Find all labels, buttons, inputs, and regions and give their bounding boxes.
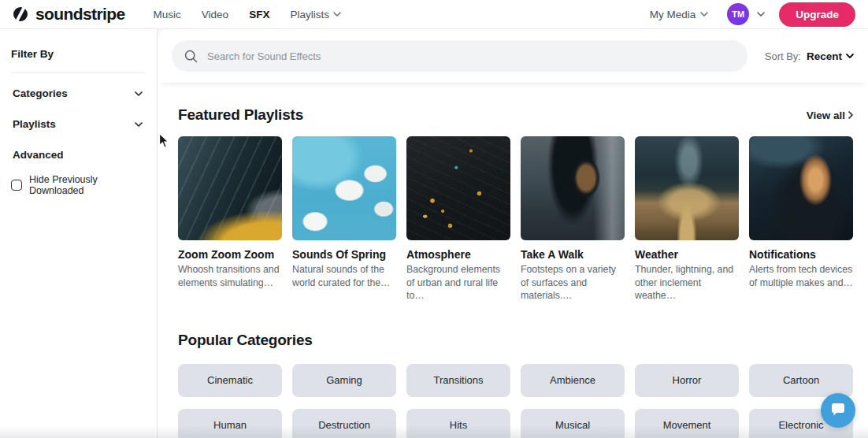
playlist-description: Footsteps on a variety of surfaces and m… [521,263,625,303]
category-button-musical[interactable]: Musical [521,409,625,438]
nav-item-label: Music [154,9,181,20]
chat-bubble-icon [829,403,847,418]
advanced-label: Advanced [11,139,144,161]
my-media-menu[interactable]: My Media [650,9,709,20]
chevron-right-icon [848,111,853,119]
playlist-card[interactable]: WeatherThunder, lightning, and other inc… [635,136,739,303]
playlist-description: Alerts from tech devices of multiple mak… [749,263,853,289]
playlist-card[interactable]: Sounds Of SpringNatural sounds of the wo… [292,136,396,303]
playlist-cover-white-flowers-blue-sky[interactable] [292,136,396,240]
avatar[interactable]: TM [727,3,749,25]
page-body: Featured Playlists View all Zoom Zoom Zo… [158,83,868,438]
nav-item-sfx[interactable]: SFX [249,9,269,20]
category-button-transitions[interactable]: Transitions [406,364,510,397]
playlist-title: Notifications [749,248,853,261]
chevron-down-icon [333,12,341,17]
featured-playlists-title: Featured Playlists [178,106,303,124]
chat-widget-button[interactable] [821,393,855,428]
nav-item-label: SFX [249,9,269,20]
search-row: Sort By: Recent [158,29,868,83]
navbar-right: My Media TM Upgrade [650,2,855,27]
category-button-destruction[interactable]: Destruction [292,409,396,438]
filter-by-title: Filter By [11,48,144,60]
playlist-cover-walking-feet-cobblestone[interactable] [521,136,625,240]
category-button-movement[interactable]: Movement [635,409,739,438]
view-all-label: View all [807,110,845,121]
soundstripe-logo-icon [11,5,30,24]
category-button-cartoon[interactable]: Cartoon [749,364,853,397]
category-button-hits[interactable]: Hits [406,409,510,438]
playlist-cover-woman-phone-glow-dark[interactable] [749,136,853,240]
nav-item-music[interactable]: Music [154,9,181,20]
chevron-down-icon [135,122,143,127]
sidebar-divider [11,72,144,73]
view-all-link[interactable]: View all [807,110,853,121]
popular-categories-title: Popular Categories [178,332,853,349]
playlist-description: Thunder, lightning, and other inclement … [635,263,739,303]
playlist-card[interactable]: NotificationsAlerts from tech devices of… [749,136,853,303]
playlist-title: Weather [635,248,739,261]
hide-downloaded-checkbox[interactable] [11,180,22,191]
sort-by-control: Sort By: Recent [765,50,854,62]
playlist-title: Atmosphere [406,248,510,261]
brand-wordmark: soundstripe [35,5,125,24]
playlist-cover-lightning-storm-field[interactable] [635,136,739,240]
nav-item-playlists[interactable]: Playlists [290,9,341,20]
playlist-description: Background elements of urban and rural l… [406,263,510,303]
search-input[interactable] [207,50,735,62]
nav-links: MusicVideoSFXPlaylists [154,9,341,20]
chevron-down-icon [846,54,854,58]
category-button-gaming[interactable]: Gaming [292,364,396,397]
category-button-horror[interactable]: Horror [635,364,739,397]
hide-downloaded-option[interactable]: Hide Previously Downloaded [11,174,144,196]
playlist-card[interactable]: Zoom Zoom ZoomWhoosh transitions and ele… [178,136,282,303]
soundstripe-logo[interactable]: soundstripe [11,5,125,24]
nav-item-video[interactable]: Video [202,9,228,20]
chevron-down-icon [700,12,708,17]
upgrade-button[interactable]: Upgrade [779,2,855,27]
chevron-down-icon [135,91,143,96]
sidebar-section-label: Playlists [13,118,56,130]
category-button-human[interactable]: Human [178,409,282,438]
search-icon [184,50,198,63]
category-button-cinematic[interactable]: Cinematic [178,364,282,397]
sort-by-label: Sort By: [765,50,801,62]
sidebar-section-categories[interactable]: Categories [11,78,144,109]
my-media-label: My Media [650,9,696,20]
popular-categories-grid: CinematicGamingTransitionsAmbienceHorror… [178,364,853,438]
playlist-title: Take A Walk [521,248,625,261]
playlist-description: Whoosh transitions and elements simulati… [178,263,282,289]
playlist-card[interactable]: Take A WalkFootsteps on a variety of sur… [521,136,625,303]
search-box[interactable] [172,40,747,72]
top-navbar: soundstripe MusicVideoSFXPlaylists My Me… [0,0,868,29]
featured-playlists-grid: Zoom Zoom ZoomWhoosh transitions and ele… [178,136,853,303]
sidebar-section-playlists[interactable]: Playlists [11,109,144,139]
chevron-down-icon[interactable] [757,12,765,17]
nav-item-label: Playlists [290,9,329,20]
playlist-card[interactable]: AtmosphereBackground elements of urban a… [406,136,510,303]
playlist-title: Sounds Of Spring [292,248,396,261]
hide-downloaded-label: Hide Previously Downloaded [29,174,144,196]
category-button-ambience[interactable]: Ambience [521,364,625,397]
sidebar-section-label: Categories [13,87,68,99]
main-content: Sort By: Recent Featured Playlists View … [158,29,868,438]
nav-item-label: Video [202,9,228,20]
sidebar-sections: CategoriesPlaylists [11,78,144,139]
playlist-cover-aerial-city-night[interactable] [406,136,510,240]
playlist-title: Zoom Zoom Zoom [178,248,282,261]
sort-by-value: Recent [807,50,842,62]
filter-sidebar: Filter By CategoriesPlaylists Advanced H… [0,29,158,438]
playlist-cover-subway-motion-blur[interactable] [178,136,282,240]
sort-by-dropdown[interactable]: Recent [807,50,854,62]
playlist-description: Natural sounds of the world curated for … [292,263,396,289]
